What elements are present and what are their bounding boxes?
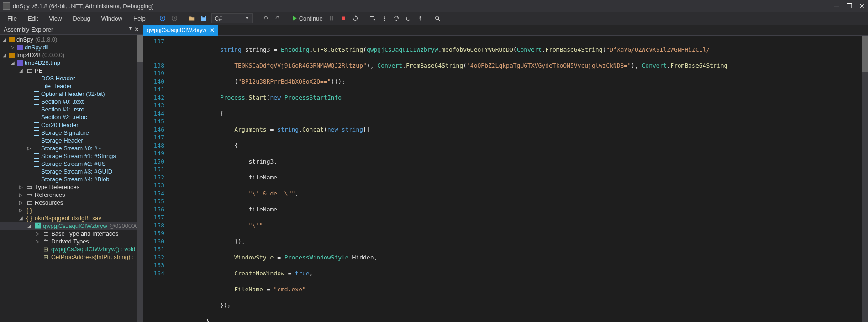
- tree-node: Base Type and Interfaces: [51, 230, 118, 237]
- titlebar: dnSpy v6.1.8 (64-bit, .NET, Administrato…: [0, 0, 868, 12]
- restart-icon[interactable]: [350, 13, 360, 23]
- tree-node: Derived Types: [51, 238, 89, 245]
- doc-icon: [34, 130, 39, 136]
- menu-edit[interactable]: Edit: [22, 13, 43, 24]
- class-icon: 🅲: [34, 222, 41, 230]
- doc-icon: [34, 169, 39, 174]
- window-title: dnSpy v6.1.8 (64-bit, .NET, Administrato…: [13, 3, 154, 10]
- tab-close-icon[interactable]: ✕: [210, 27, 215, 33]
- doc-icon: [34, 146, 39, 151]
- panel-close-icon[interactable]: ✕: [134, 26, 139, 33]
- tree-node: dnSpy.dll: [25, 44, 49, 51]
- search-icon[interactable]: [432, 13, 442, 23]
- folder-icon: 🗀: [26, 67, 33, 74]
- code-content[interactable]: string string3 = Encoding.UTF8.GetString…: [172, 36, 868, 322]
- assembly-explorer-panel: Assembly Explorer ▼ ✕ ◢dnSpy(6.1.8.0) ▷d…: [0, 25, 143, 322]
- doc-icon: [34, 122, 39, 128]
- doc-icon: [34, 84, 39, 89]
- save-icon[interactable]: [199, 13, 209, 23]
- close-icon[interactable]: ✕: [859, 3, 865, 9]
- folder-icon: 🗀: [42, 238, 49, 245]
- menubar: File Edit View Debug Window Help C#▼ Con…: [0, 12, 868, 25]
- svg-rect-3: [202, 16, 205, 18]
- svg-point-9: [395, 20, 397, 21]
- doc-icon: [34, 161, 39, 167]
- tree-node: Optional Header (32-bit): [41, 90, 105, 97]
- tree-scrollbar[interactable]: [137, 35, 143, 322]
- undo-icon[interactable]: [261, 13, 271, 23]
- tab-label: qwpgjCsJaquICIWzbryw: [147, 27, 206, 33]
- redo-icon[interactable]: [273, 13, 283, 23]
- menu-window[interactable]: Window: [96, 13, 128, 24]
- stop-icon[interactable]: [338, 13, 348, 23]
- tree-node: PE: [35, 67, 42, 74]
- tree-node: Resources: [35, 199, 63, 206]
- folder-icon: 🗀: [26, 199, 33, 206]
- svg-rect-4: [330, 16, 331, 21]
- tree-node: DOS Header: [41, 75, 75, 82]
- step-into-icon[interactable]: [368, 13, 378, 23]
- continue-button[interactable]: Continue: [289, 15, 326, 22]
- tabbar: qwpgjCsJaquICIWzbryw ✕: [143, 25, 868, 36]
- menu-view[interactable]: View: [43, 13, 67, 24]
- tab-active[interactable]: qwpgjCsJaquICIWzbryw ✕: [143, 25, 218, 36]
- step-back-icon[interactable]: [403, 13, 413, 23]
- tree-node: dnSpy: [16, 36, 33, 43]
- tree-node: -: [35, 207, 37, 214]
- tree-node: Storage Stream #1: #Strings: [41, 153, 116, 159]
- svg-point-1: [172, 16, 177, 21]
- tree-node: okuNspqgeoFdxdgBFxav: [35, 215, 101, 222]
- svg-point-0: [160, 16, 165, 21]
- tree-view[interactable]: ◢dnSpy(6.1.8.0) ▷dnSpy.dll ◢tmp4D28(0.0.…: [0, 35, 143, 322]
- nav-back-icon[interactable]: [158, 13, 168, 23]
- tree-node: tmp4D28.tmp: [25, 59, 60, 66]
- tree-node: Storage Stream #2: #US: [41, 160, 106, 167]
- namespace-icon: { }: [26, 215, 33, 222]
- panel-title: Assembly Explorer: [4, 26, 53, 33]
- tree-node: tmp4D28: [16, 52, 41, 58]
- tree-node: File Header: [41, 83, 72, 90]
- menu-help[interactable]: Help: [128, 13, 151, 24]
- step-out-icon[interactable]: [391, 13, 401, 23]
- svg-point-10: [419, 16, 421, 17]
- ref-icon: ▭: [26, 191, 33, 199]
- pause-icon[interactable]: [326, 13, 337, 23]
- line-gutter: 1371381391401411421431441451461471481491…: [143, 36, 172, 322]
- menu-debug[interactable]: Debug: [67, 13, 95, 24]
- language-combo[interactable]: C#▼: [211, 13, 253, 23]
- doc-icon: [34, 91, 39, 97]
- tree-node: Type References: [35, 184, 79, 190]
- tree-node: Cor20 Header: [41, 121, 79, 128]
- doc-icon: [34, 76, 39, 81]
- doc-icon: [34, 177, 39, 182]
- tree-node: Storage Stream #3: #GUID: [41, 168, 112, 175]
- tree-node: Storage Signature: [41, 129, 89, 136]
- open-icon[interactable]: [187, 13, 197, 23]
- nav-fwd-icon[interactable]: [169, 13, 179, 23]
- svg-point-7: [373, 19, 375, 21]
- doc-icon: [34, 99, 39, 105]
- svg-point-8: [384, 20, 385, 21]
- step-up-icon[interactable]: [415, 13, 425, 23]
- panel-dropdown-icon[interactable]: ▼: [128, 26, 132, 33]
- editor-scrollbar[interactable]: [862, 36, 868, 322]
- tree-node: GetProcAddress(IntPtr, string) :: [51, 253, 134, 260]
- minimize-icon[interactable]: ─: [833, 3, 840, 9]
- svg-point-11: [435, 16, 438, 20]
- editor: qwpgjCsJaquICIWzbryw ✕ 13713813914014114…: [143, 25, 868, 322]
- assembly-icon: [9, 53, 15, 58]
- maximize-icon[interactable]: ❐: [846, 3, 852, 9]
- language-value: C#: [215, 15, 222, 22]
- doc-icon: [34, 153, 39, 159]
- svg-rect-6: [342, 17, 345, 20]
- tree-node: References: [35, 191, 65, 198]
- app-icon: [3, 2, 10, 10]
- tree-node: Section #1: .rsrc: [41, 106, 84, 113]
- assembly-icon: [9, 37, 15, 42]
- doc-icon: [34, 138, 39, 143]
- method-icon: ⊞: [42, 253, 49, 261]
- continue-label: Continue: [299, 15, 323, 22]
- menu-file[interactable]: File: [2, 13, 22, 24]
- folder-icon: 🗀: [42, 230, 49, 238]
- step-over-icon[interactable]: [379, 13, 389, 23]
